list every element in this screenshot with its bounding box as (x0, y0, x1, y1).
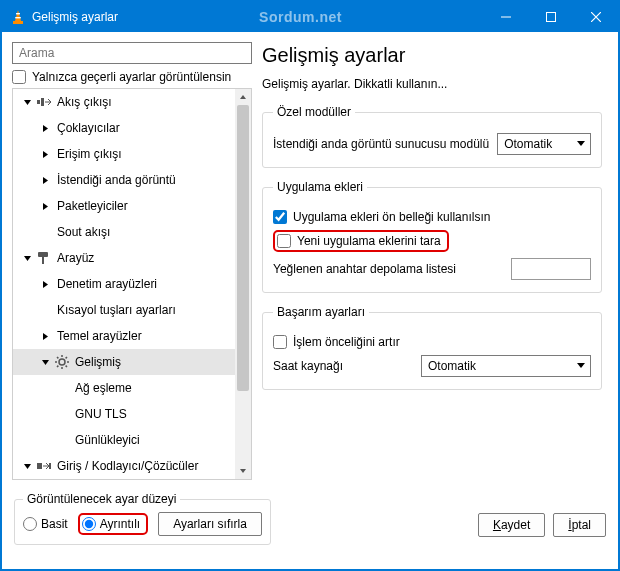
tree-item-label: Akış çıkışı (57, 95, 112, 109)
only-current-label: Yalnızca geçerli ayarlar görüntülensin (32, 70, 231, 84)
scan-plugins-highlight: Yeni uygulama eklerini tara (273, 230, 449, 252)
svg-rect-10 (49, 463, 51, 469)
svg-rect-2 (15, 17, 21, 18)
twisty-none (55, 401, 71, 427)
tree-item[interactable]: Çoklayıcılar (13, 115, 235, 141)
chevron-right-icon[interactable] (37, 141, 53, 167)
tree-item[interactable]: Gelişmiş (13, 349, 235, 375)
tree-inner: Akış çıkışıÇoklayıcılarErişim çıkışıİste… (13, 89, 235, 479)
chevron-down-icon[interactable] (19, 89, 35, 115)
tree-item-label: Temel arayüzler (57, 329, 142, 343)
tree-item[interactable]: Paketleyiciler (13, 193, 235, 219)
scroll-up-button[interactable] (235, 89, 251, 105)
group-plugins-legend: Uygulama ekleri (273, 180, 367, 194)
radio-basic-label: Basit (41, 517, 68, 531)
tree-item[interactable]: Sout akışı (13, 219, 235, 245)
radio-advanced-highlight: Ayrıntılı (78, 513, 148, 535)
chevron-down-icon (576, 363, 586, 369)
priority-label: İşlem önceliğini artır (293, 335, 400, 349)
maximize-button[interactable] (528, 2, 573, 32)
cancel-button[interactable]: İptal (553, 513, 606, 537)
group-plugins: Uygulama ekleri Uygulama ekleri ön belle… (262, 180, 602, 293)
radio-basic-input[interactable] (23, 517, 37, 531)
svg-rect-1 (16, 13, 20, 14)
tree-item[interactable]: Günlükleyici (13, 427, 235, 453)
page-title: Gelişmiş ayarlar (262, 44, 602, 67)
radio-advanced-input[interactable] (82, 517, 96, 531)
tree-item-label: Giriş / Kodlayıcı/Çözücüler (57, 459, 198, 473)
svg-point-8 (59, 359, 65, 365)
window-title: Gelişmiş ayarlar (32, 10, 118, 24)
svg-rect-0 (13, 21, 23, 24)
chevron-right-icon[interactable] (37, 323, 53, 349)
close-button[interactable] (573, 2, 618, 32)
gear-icon (53, 354, 71, 370)
priority-input[interactable] (273, 335, 287, 349)
tree-item-label: Günlükleyici (75, 433, 140, 447)
only-current-checkbox[interactable]: Yalnızca geçerli ayarlar görüntülensin (12, 70, 252, 84)
chevron-down-icon (576, 141, 586, 147)
group-performance-legend: Başarım ayarları (273, 305, 369, 319)
page-subtitle: Gelişmiş ayarlar. Dikkatli kullanın... (262, 77, 602, 91)
chevron-down-icon[interactable] (19, 453, 35, 479)
tree-item[interactable]: Arayüz (13, 245, 235, 271)
tree-item-label: Çoklayıcılar (57, 121, 120, 135)
tree-item[interactable]: GNU TLS (13, 401, 235, 427)
tree-item-label: Arayüz (57, 251, 94, 265)
tree-item-label: GNU TLS (75, 407, 127, 421)
plugins-cache-input[interactable] (273, 210, 287, 224)
scan-plugins-label: Yeni uygulama eklerini tara (297, 234, 441, 248)
scan-plugins-input[interactable] (277, 234, 291, 248)
view-level-legend: Görüntülenecek ayar düzeyi (23, 492, 180, 506)
scroll-down-button[interactable] (235, 463, 251, 479)
chevron-down-icon[interactable] (19, 245, 35, 271)
tree-item-label: Ağ eşleme (75, 381, 132, 395)
vod-module-label: İstendiği anda görüntü sunucusu modülü (273, 137, 489, 151)
scroll-thumb[interactable] (237, 105, 249, 391)
reset-button[interactable]: Ayarları sıfırla (158, 512, 262, 536)
tree-item-label: Gelişmiş (75, 355, 121, 369)
plugins-cache-checkbox[interactable]: Uygulama ekleri ön belleği kullanılsın (273, 210, 591, 224)
radio-basic[interactable]: Basit (23, 517, 68, 531)
tree-item[interactable]: İstendiği anda görüntü (13, 167, 235, 193)
tree-item[interactable]: Erişim çıkışı (13, 141, 235, 167)
tree-item-label: İstendiği anda görüntü (57, 173, 176, 187)
stream-icon (35, 94, 53, 110)
tree-item[interactable]: Denetim arayüzleri (13, 271, 235, 297)
svg-rect-4 (37, 100, 40, 104)
titlebar: Gelişmiş ayarlar Sordum.net (2, 2, 618, 32)
dialog-body: Yalnızca geçerli ayarlar görüntülensin A… (2, 32, 618, 484)
clock-combo[interactable]: Otomatik (421, 355, 591, 377)
tree-item[interactable]: Temel arayüzler (13, 323, 235, 349)
chevron-right-icon[interactable] (37, 115, 53, 141)
vlc-icon (10, 9, 26, 25)
svg-rect-7 (42, 257, 44, 264)
minimize-button[interactable] (483, 2, 528, 32)
chevron-right-icon[interactable] (37, 167, 53, 193)
scroll-track[interactable] (235, 105, 251, 463)
svg-rect-3 (546, 13, 555, 22)
vod-module-combo[interactable]: Otomatik (497, 133, 591, 155)
search-input[interactable] (12, 42, 252, 64)
io-icon (35, 458, 53, 474)
view-level-group: Görüntülenecek ayar düzeyi Basit Ayrıntı… (14, 492, 271, 545)
tree-item-label: Paketleyiciler (57, 199, 128, 213)
radio-advanced[interactable]: Ayrıntılı (82, 517, 140, 531)
window-controls (483, 2, 618, 32)
twisty-none (55, 375, 71, 401)
tree-item[interactable]: Kısayol tuşları ayarları (13, 297, 235, 323)
chevron-right-icon[interactable] (37, 193, 53, 219)
tree-item[interactable]: Akış çıkışı (13, 89, 235, 115)
priority-checkbox[interactable]: İşlem önceliğini artır (273, 335, 591, 349)
tree-item[interactable]: Giriş / Kodlayıcı/Çözücüler (13, 453, 235, 479)
save-button[interactable]: Kaydet (478, 513, 545, 537)
tree-item[interactable]: Ağ eşleme (13, 375, 235, 401)
tree-scrollbar[interactable] (235, 89, 251, 479)
chevron-right-icon[interactable] (37, 271, 53, 297)
left-column: Yalnızca geçerli ayarlar görüntülensin A… (12, 42, 252, 480)
only-current-checkbox-input[interactable] (12, 70, 26, 84)
svg-rect-9 (37, 463, 42, 469)
tree-item-label: Denetim arayüzleri (57, 277, 157, 291)
chevron-down-icon[interactable] (37, 349, 53, 375)
keystore-input[interactable] (511, 258, 591, 280)
